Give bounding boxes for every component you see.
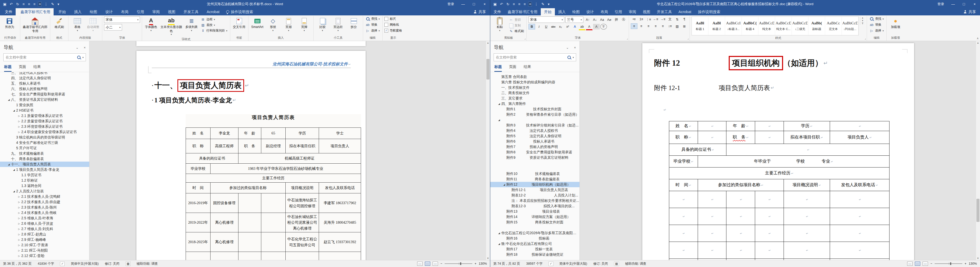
print-layout-icon[interactable]	[915, 262, 920, 266]
table-cell[interactable]: 学历↵	[286, 128, 319, 139]
ribbon-tab[interactable]: 审阅	[625, 8, 640, 15]
ribbon-tab[interactable]: 开始	[54, 8, 69, 15]
nav-heading-item[interactable]	[490, 225, 579, 230]
nav-heading-item[interactable]: 九、 技术规格偏差表	[0, 151, 89, 156]
attachment-12-1-title[interactable]: 附件 12-1 项目负责人简历表 ↵	[654, 84, 902, 92]
heading-1-lijinlong[interactable]: · 1 项目负责人简历表-李金龙 ↵	[152, 96, 351, 104]
read-mode-icon[interactable]	[417, 262, 423, 266]
table-cell[interactable]: 2016-2019年↵	[186, 193, 210, 213]
table-cell[interactable]: 主要工作经历↵	[186, 174, 361, 183]
table-cell[interactable]: 李金龙↵	[210, 128, 238, 139]
borders-icon[interactable]: ⊞	[681, 23, 688, 29]
align-right-icon[interactable]: ≡	[523, 2, 526, 6]
table-cell[interactable]: ↵	[261, 252, 286, 260]
language-indicator[interactable]: 简体中文(中国大陆)	[71, 262, 99, 266]
nav-heading-item[interactable]: 附件2 资格审查条件索引目录（如适用）	[490, 112, 579, 117]
table-cell[interactable]: ↵	[238, 213, 261, 232]
increase-indent-icon[interactable]: →≡	[660, 16, 666, 22]
character-border-icon[interactable]: Ⓐ	[620, 17, 627, 22]
ribbon-tab[interactable]: 绘图	[569, 8, 583, 15]
table-cell[interactable]: ↵	[669, 208, 698, 225]
table-cell[interactable]: ↵	[210, 252, 238, 260]
expand-triangle-icon[interactable]: ◢	[502, 183, 506, 186]
nav-heading-item[interactable]: 十、 商务条款偏差表	[0, 156, 89, 162]
zoom-in-button[interactable]: +	[475, 262, 476, 265]
table-cell[interactable]: ↵	[698, 208, 726, 225]
table-cell[interactable]: 职 称↵	[186, 139, 210, 153]
grow-font-icon[interactable]: A↑	[584, 17, 591, 22]
nav-heading-item[interactable]	[490, 160, 579, 166]
find-button[interactable]: 查找▾	[365, 16, 381, 21]
table-cell[interactable]: 项目负责人↵	[319, 139, 361, 153]
ribbon-tab[interactable]: 设计	[100, 8, 116, 15]
track-changes-indicator[interactable]: 修订: 关闭	[105, 262, 119, 266]
table-cell[interactable]: ↵	[238, 252, 261, 260]
table-cell[interactable]: 职 务↵	[726, 131, 755, 144]
nav-heading-item[interactable]: 附件17 投标一览表	[490, 246, 579, 252]
nav-heading-item[interactable]: 第五章 合同条款	[490, 74, 579, 79]
table-cell[interactable]: ↵	[669, 191, 698, 208]
select-button[interactable]: ▷选择▾	[869, 28, 885, 33]
nav-heading-item[interactable]: ▷ 2.2 质量管理体系认证证书	[0, 119, 89, 124]
expand-triangle-icon[interactable]: ▷	[17, 249, 21, 252]
ribbon-tab[interactable]: 文件	[490, 8, 504, 15]
justify-icon[interactable]: ≡	[38, 2, 41, 6]
nav-heading-item[interactable]: 七、 安全生产费用提取和使用承诺	[0, 92, 89, 97]
save-icon[interactable]: ▣	[493, 2, 497, 6]
font-size-select[interactable]: 三号▾	[565, 16, 583, 23]
expand-triangle-icon[interactable]: ▷	[17, 201, 21, 203]
table-cell[interactable]: 职 称↵	[669, 131, 698, 144]
nav-heading-item[interactable]: ▷ 2.3 环境管理体系认证证书	[0, 124, 89, 129]
autofit-button[interactable]: 自动调整▾	[86, 16, 100, 33]
share-button[interactable]: 共享	[959, 8, 980, 15]
table-cell[interactable]: 学历↵	[784, 121, 830, 131]
ribbon-tab[interactable]: 绘图	[85, 8, 100, 15]
table-cell[interactable]: ↵	[784, 208, 830, 225]
margins-button[interactable]: 页边距▾	[331, 16, 345, 33]
table-cell[interactable]: ↵	[261, 213, 286, 232]
cross-reference-button[interactable]: 交叉引用	[232, 16, 247, 30]
distribute-icon[interactable]: ≡	[660, 23, 666, 29]
smartart-button[interactable]: SmartArt	[250, 16, 265, 30]
gallery-up-icon[interactable]: ▴	[860, 16, 865, 19]
close-button[interactable]: ×	[479, 0, 490, 8]
expand-triangle-icon[interactable]: ▷	[17, 228, 21, 230]
table-cell[interactable]: ↵	[698, 121, 726, 131]
minimize-button[interactable]: —	[948, 0, 958, 8]
expand-triangle-icon[interactable]: ▷	[17, 195, 21, 198]
align-right-icon[interactable]: ≡	[33, 2, 36, 6]
table-cell[interactable]: ↵	[755, 242, 784, 259]
zoom-level[interactable]: 130%	[479, 262, 487, 265]
enclose-characters-button[interactable]: 字	[600, 24, 607, 30]
ribbon-tab[interactable]: 布局	[116, 8, 132, 15]
table-cell[interactable]: 离心机修理↵	[210, 232, 238, 252]
find-button[interactable]: 查找▾	[869, 16, 885, 21]
zoom-in-button[interactable]: +	[965, 262, 966, 265]
nav-heading-item[interactable]: ▷ 2.3 技术服务人员-陈州	[0, 205, 89, 210]
zoom-out-button[interactable]: −	[930, 262, 932, 265]
nav-heading-item[interactable]: 1.2 职称证	[0, 178, 89, 183]
document-search-input[interactable]: 在文档中搜索 ▾	[493, 53, 576, 61]
table-cell[interactable]: ↵	[830, 191, 889, 208]
word-count[interactable]: 41834 个字	[38, 262, 54, 266]
ribbon-tab[interactable]: 视图	[640, 8, 654, 15]
table-cell[interactable]: 固控设备修理↵	[210, 193, 238, 213]
expand-triangle-icon[interactable]: ▷	[17, 114, 21, 117]
language-indicator[interactable]: 简体中文(中国大陆)	[560, 262, 587, 266]
table-cell[interactable]: ↵	[186, 252, 210, 260]
zoom-slider[interactable]	[445, 264, 472, 264]
compare-button[interactable]: 比较▾	[315, 16, 330, 33]
nav-pane-options-icon[interactable]: ⌄	[76, 46, 79, 49]
title-bar[interactable]: ▣↶↻≡≡≡≡⋮✎▾ 沧州滨海石油机械有限公司-技术标书.docx - Word…	[0, 0, 490, 8]
proofing-icon[interactable]: ✓	[60, 262, 65, 266]
table-cell[interactable]: 时 间↵	[186, 183, 210, 193]
highlight-color-button[interactable]: ab文本突出显示颜色▾	[159, 16, 183, 37]
table-cell[interactable]: 2018-2025年↵	[186, 232, 210, 252]
macro-icon[interactable]: ▦	[614, 262, 619, 266]
table-cell[interactable]: ↵	[669, 225, 698, 242]
font-color-button[interactable]: A	[586, 24, 593, 30]
cut-button[interactable]: ✂剪切	[508, 17, 522, 22]
table-cell[interactable]: ↵	[830, 225, 889, 242]
expand-triangle-icon[interactable]: ◢	[497, 243, 501, 245]
expand-triangle-icon[interactable]: ▷	[17, 131, 21, 134]
